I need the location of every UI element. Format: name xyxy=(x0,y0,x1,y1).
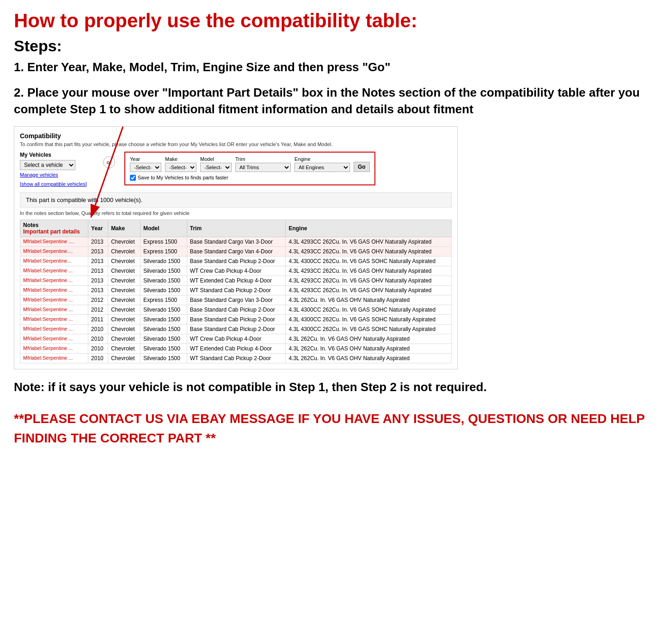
trim-select[interactable]: All Trims xyxy=(235,163,291,172)
engine-header: Engine xyxy=(286,220,452,237)
year-cell: 2010 xyxy=(88,353,108,363)
important-part-details-label: Important part details xyxy=(23,228,80,235)
main-title: How to properly use the compatibility ta… xyxy=(14,9,654,32)
make-cell: Chevrolet xyxy=(108,305,141,314)
notes-cell: Mfrlabel:Serpentine ... xyxy=(20,266,88,276)
notes-cell: Mfrlabel:Serpentine ... xyxy=(20,295,88,305)
make-cell: Chevrolet xyxy=(108,256,141,266)
make-cell: Chevrolet xyxy=(108,343,141,353)
year-select[interactable]: -Select- xyxy=(130,163,161,172)
notes-cell: Mfrlabel:Serpentine ... xyxy=(20,305,88,314)
year-cell: 2013 xyxy=(88,246,108,256)
steps-label: Steps: xyxy=(14,37,654,55)
save-checkbox-row: Save to My Vehicles to finds parts faste… xyxy=(130,175,370,181)
trim-cell: WT Crew Cab Pickup 4-Door xyxy=(187,266,286,276)
table-row: Mfrlabel:Serpentine ...2013ChevroletSilv… xyxy=(20,276,452,285)
year-header: Year xyxy=(88,220,108,237)
year-cell: 2013 xyxy=(88,266,108,276)
year-cell: 2010 xyxy=(88,334,108,343)
year-cell: 2013 xyxy=(88,276,108,285)
trim-cell: Base Standard Cargo Van 3-Door xyxy=(187,237,286,246)
show-all-vehicles-link[interactable]: [show all compatible vehicles] xyxy=(20,181,87,187)
model-cell: Express 1500 xyxy=(140,237,187,246)
go-button[interactable]: Go xyxy=(354,162,370,172)
compatible-notice: This part is compatible with 1000 vehicl… xyxy=(20,192,452,208)
manage-vehicles-link[interactable]: Manage vehicles xyxy=(20,172,94,178)
trim-header: Trim xyxy=(187,220,286,237)
engine-cell: 4.3L 262Cu. In. V6 GAS OHV Naturally Asp… xyxy=(286,295,452,305)
make-cell: Chevrolet xyxy=(108,324,141,334)
table-row: Mfrlabel:Serpentine ...2013ChevroletSilv… xyxy=(20,266,452,276)
note-section: Note: if it says your vehicle is not com… xyxy=(14,379,654,395)
trim-cell: Base Standard Cab Pickup 2-Door xyxy=(187,314,286,324)
trim-cell: Base Standard Cab Pickup 2-Door xyxy=(187,324,286,334)
compatibility-table: Notes Important part details Year Make M… xyxy=(20,220,452,363)
engine-cell: 4.3L 262Cu. In. V6 GAS OHV Naturally Asp… xyxy=(286,334,452,343)
make-cell: Chevrolet xyxy=(108,237,141,246)
notes-cell: Mfrlabel:Serpentine... xyxy=(20,256,88,266)
engine-label: Engine xyxy=(294,156,350,162)
model-cell: Express 1500 xyxy=(140,246,187,256)
model-select[interactable]: -Select- xyxy=(200,163,232,172)
model-cell: Express 1500 xyxy=(140,295,187,305)
table-row: Mfrlabel:Serpentine ...2010ChevroletSilv… xyxy=(20,343,452,353)
model-cell: Silverado 1500 xyxy=(140,266,187,276)
table-row: Mfrlabel:Serpentine....2013ChevroletExpr… xyxy=(20,246,452,256)
year-cell: 2010 xyxy=(88,324,108,334)
make-select[interactable]: -Select- xyxy=(165,163,196,172)
trim-cell: Base Standard Cargo Van 3-Door xyxy=(187,295,286,305)
year-cell: 2013 xyxy=(88,256,108,266)
year-cell: 2012 xyxy=(88,305,108,314)
trim-cell: WT Standard Cab Pickup 2-Door xyxy=(187,353,286,363)
year-cell: 2010 xyxy=(88,343,108,353)
engine-cell: 4.3L 262Cu. In. V6 GAS OHV Naturally Asp… xyxy=(286,353,452,363)
make-cell: Chevrolet xyxy=(108,353,141,363)
model-cell: Silverado 1500 xyxy=(140,276,187,285)
make-cell: Chevrolet xyxy=(108,314,141,324)
engine-cell: 4.3L 4300CC 262Cu. In. V6 GAS SOHC Natur… xyxy=(286,324,452,334)
vehicle-select[interactable]: Select a vehicle xyxy=(20,160,75,170)
step2-text: 2. Place your mouse over "Important Part… xyxy=(14,84,654,118)
model-cell: Silverado 1500 xyxy=(140,314,187,324)
vehicle-select-row: Select a vehicle xyxy=(20,160,94,170)
trim-cell: WT Crew Cab Pickup 4-Door xyxy=(187,334,286,343)
table-row: Mfrlabel:Serpentine ...2011ChevroletSilv… xyxy=(20,314,452,324)
trim-cell: Base Standard Cargo Van 4-Door xyxy=(187,246,286,256)
notes-cell: Mfrlabel:Serpentine ... xyxy=(20,276,88,285)
engine-cell: 4.3L 262Cu. In. V6 GAS OHV Naturally Asp… xyxy=(286,343,452,353)
make-header: Make xyxy=(108,220,141,237)
engine-select[interactable]: All Engines xyxy=(294,163,350,172)
my-vehicles-label: My Vehicles xyxy=(20,152,94,158)
trim-cell: WT Extended Cab Pickup 4-Door xyxy=(187,276,286,285)
model-cell: Silverado 1500 xyxy=(140,334,187,343)
model-label: Model xyxy=(200,156,232,162)
model-cell: Silverado 1500 xyxy=(140,305,187,314)
make-cell: Chevrolet xyxy=(108,266,141,276)
table-row: Mfrlabel:Serpentine...2013ChevroletSilve… xyxy=(20,256,452,266)
model-header: Model xyxy=(140,220,187,237)
make-cell: Chevrolet xyxy=(108,246,141,256)
engine-cell: 4.3L 4300CC 262Cu. In. V6 GAS SOHC Natur… xyxy=(286,314,452,324)
save-checkbox-label: Save to My Vehicles to finds parts faste… xyxy=(138,175,228,180)
make-cell: Chevrolet xyxy=(108,334,141,343)
notes-cell: Mfrlabel:Serpentine .... xyxy=(20,237,88,246)
notes-cell: Mfrlabel:Serpentine.... xyxy=(20,246,88,256)
engine-cell: 4.3L 4293CC 262Cu. In. V6 GAS OHV Natura… xyxy=(286,285,452,295)
notes-header-label: Notes xyxy=(23,222,38,228)
compat-subtitle: To confirm that this part fits your vehi… xyxy=(20,141,452,147)
trim-cell: Base Standard Cab Pickup 2-Door xyxy=(187,305,286,314)
model-cell: Silverado 1500 xyxy=(140,256,187,266)
year-make-section: Year -Select- Make -Select- Model -Selec… xyxy=(124,152,375,185)
year-cell: 2013 xyxy=(88,285,108,295)
save-to-vehicles-checkbox[interactable] xyxy=(130,175,136,181)
engine-cell: 4.3L 4293CC 262Cu. In. V6 GAS OHV Natura… xyxy=(286,246,452,256)
quantity-note: In the notes section below, Quantity ref… xyxy=(20,210,452,216)
trim-cell: WT Standard Cab Pickup 2-Door xyxy=(187,285,286,295)
year-cell: 2011 xyxy=(88,314,108,324)
year-label: Year xyxy=(130,156,161,162)
trim-field: Trim All Trims xyxy=(235,156,291,172)
notes-header: Notes Important part details xyxy=(20,220,88,237)
notes-cell: Mfrlabel:Serpentine ... xyxy=(20,285,88,295)
notes-cell: Mfrlabel:Serpentine ... xyxy=(20,324,88,334)
engine-cell: 4.3L 4300CC 262Cu. In. V6 GAS SOHC Natur… xyxy=(286,305,452,314)
